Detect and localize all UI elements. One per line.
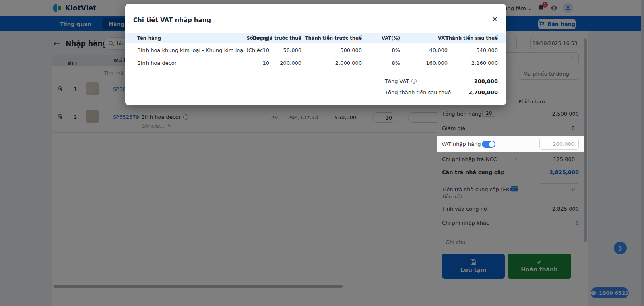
cell-vat: 160,000 (426, 60, 448, 66)
modal-table-row: Bình hoa khung kim loại - Khung kim loại… (133, 43, 498, 56)
cell-qty: 10 (262, 47, 269, 53)
info-icon[interactable]: i (411, 79, 417, 84)
total-vat-value: 200,000 (474, 78, 498, 84)
modal-total-vat-row: Tổng VATi 200,000 (133, 76, 498, 87)
modal-grand-total-row: Tổng thành tiền sau thuế 2,700,000 (133, 87, 498, 98)
col-don-gia: Đơn giá trước thuế (253, 35, 301, 41)
vat-amount-input[interactable] (539, 138, 579, 150)
col-thanh-tien-truoc: Thành tiền trước thuế (305, 35, 362, 41)
cell-name: Bình hoa decor (137, 60, 177, 66)
modal-table-row: Bình hoa decor 10 200,000 2,000,000 8% 1… (133, 56, 498, 69)
cell-amount: 2,000,000 (335, 60, 362, 66)
vat-label: VAT nhập hàng (442, 141, 481, 147)
cell-amount: 500,000 (340, 47, 362, 53)
cell-vat-percent: 8% (392, 47, 400, 53)
cell-vat: 40,000 (429, 47, 448, 53)
close-icon[interactable]: × (492, 15, 498, 23)
col-ten-hang: Tên hàng (137, 35, 161, 41)
cell-total: 540,000 (476, 47, 498, 53)
modal-title: Chi tiết VAT nhập hàng (133, 17, 211, 24)
grand-total-label: Tổng thành tiền sau thuế (385, 89, 451, 95)
vat-toggle[interactable] (482, 141, 495, 148)
toggle-knob (489, 141, 495, 147)
cell-total: 2,160,000 (471, 60, 498, 66)
cell-vat-percent: 8% (392, 60, 400, 66)
cell-unit-price: 200,000 (280, 60, 301, 66)
cell-qty: 10 (262, 60, 269, 66)
modal-table-header: Tên hàng Số lượng Đơn giá trước thuế Thà… (125, 33, 506, 43)
total-vat-label: Tổng VAT (385, 78, 409, 84)
cell-unit-price: 50,000 (283, 47, 302, 53)
col-vat-percent: VAT(%) (382, 35, 400, 41)
vat-import-row-highlighted: VAT nhập hàng (437, 136, 584, 152)
cell-name: Bình hoa khung kim loại - Khung kim loại… (137, 47, 265, 53)
grand-total-value: 2,700,000 (469, 89, 498, 95)
vat-detail-modal: Chi tiết VAT nhập hàng × Tên hàng Số lượ… (125, 4, 506, 105)
col-thanh-tien-sau: Thành tiền sau thuế (446, 35, 498, 41)
